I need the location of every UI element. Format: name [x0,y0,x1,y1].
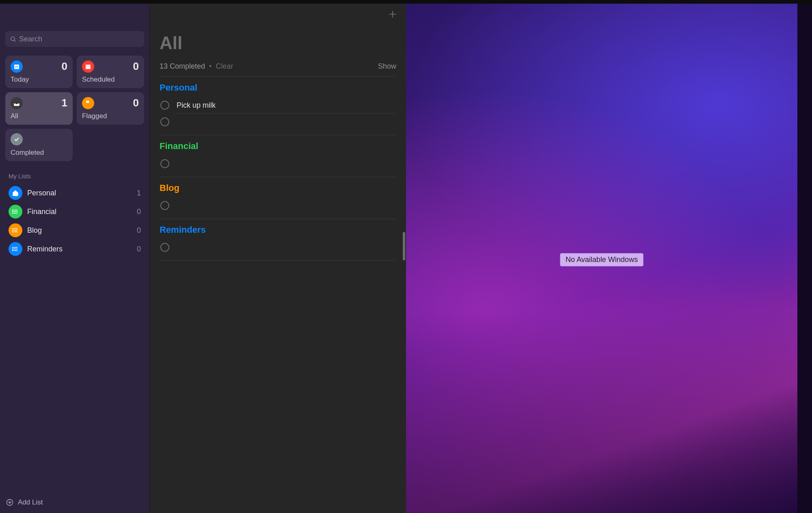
smart-all-count: 1 [62,97,67,109]
svg-point-23 [13,249,13,249]
smart-today-label: Today [11,76,67,84]
search-icon [10,36,17,43]
smart-completed-label: Completed [11,149,67,157]
svg-text:27: 27 [15,65,18,68]
list-count: 0 [137,208,141,216]
reminders-group: Financial [160,135,396,177]
smart-scheduled[interactable]: 0 Scheduled [77,56,144,88]
tray-icon [11,97,23,109]
no-windows-tooltip: No Available Windows [560,253,644,266]
menu-bar [0,0,812,4]
completed-count-text: 13 Completed [160,62,205,71]
group-title[interactable]: Blog [160,183,396,193]
list-label: Financial [27,208,137,216]
smart-flagged[interactable]: 0 Flagged [77,92,144,125]
reminders-group: Reminders [160,219,396,261]
svg-point-16 [13,229,13,229]
smart-all[interactable]: 1 All [5,92,73,125]
reminders-window: 27 0 Today 0 Scheduled [0,4,406,513]
calendar-today-icon: 27 [11,61,23,73]
task-complete-toggle[interactable] [160,101,169,110]
list-count: 0 [137,226,141,235]
list-reminders[interactable]: Reminders 0 [5,240,144,258]
group-title[interactable]: Personal [160,82,396,93]
list-count: 0 [137,245,141,253]
scrollbar-thumb[interactable] [403,232,405,260]
list-blog[interactable]: Blog 0 [5,221,144,240]
svg-point-24 [13,250,13,251]
smart-scheduled-label: Scheduled [82,76,139,84]
add-list-label: Add List [18,498,43,507]
empty-task-row[interactable] [160,197,396,214]
list-icon [9,242,22,256]
sidebar-footer: Add List [0,492,149,513]
empty-task-row[interactable] [160,156,396,172]
svg-point-22 [13,247,13,248]
svg-point-10 [13,210,13,211]
clear-button[interactable]: Clear [216,62,233,71]
task-complete-toggle[interactable] [160,243,169,252]
list-financial[interactable]: Financial 0 [5,202,144,221]
my-lists-header: My Lists [9,173,144,180]
list-label: Reminders [27,245,137,253]
new-reminder-button[interactable] [388,9,397,21]
task-row[interactable]: Pick up milk [160,97,396,113]
svg-line-1 [14,40,15,41]
svg-point-11 [13,211,13,212]
smart-completed[interactable]: Completed [5,129,73,161]
add-list-button[interactable]: Add List [6,498,43,507]
reminders-group: Blog [160,177,396,219]
svg-point-0 [11,37,15,40]
group-title[interactable]: Reminders [160,225,396,235]
plus-circle-icon [6,498,14,507]
checkmark-icon [11,133,23,145]
smart-today-count: 0 [62,60,67,73]
svg-point-18 [13,232,13,232]
right-edge-panel [797,4,812,513]
list-label: Personal [27,189,137,197]
reminders-group: PersonalPick up milk [160,77,396,135]
plus-icon [388,10,397,19]
search-field[interactable] [5,31,144,47]
list-personal[interactable]: Personal 1 [5,184,144,202]
empty-task-row[interactable] [160,114,396,130]
list-icon [9,223,22,237]
list-count: 1 [137,189,141,197]
show-button[interactable]: Show [378,62,396,71]
group-title[interactable]: Financial [160,141,396,152]
home-icon [9,186,22,200]
smart-all-label: All [11,112,67,120]
empty-task-row[interactable] [160,239,396,255]
search-input[interactable] [19,35,140,43]
completed-status-row: 13 Completed • Clear Show [160,62,396,77]
list-icon [9,205,22,219]
task-complete-toggle[interactable] [160,201,169,210]
calendar-icon [82,61,94,73]
smart-flagged-label: Flagged [82,112,139,120]
smart-today[interactable]: 27 0 Today [5,56,73,88]
smart-list-grid: 27 0 Today 0 Scheduled [5,56,144,161]
smart-scheduled-count: 0 [133,60,139,73]
content-pane: All 13 Completed • Clear Show PersonalPi… [150,4,406,513]
page-title: All [160,33,396,53]
task-title[interactable]: Pick up milk [177,101,216,110]
list-label: Blog [27,226,137,235]
task-complete-toggle[interactable] [160,159,169,168]
task-complete-toggle[interactable] [160,117,169,126]
separator-dot: • [209,62,212,71]
svg-point-12 [13,213,13,214]
toolbar [150,4,406,26]
my-lists: Personal 1 Financial 0 B [5,184,144,258]
desktop-background: No Available Windows [406,4,797,513]
flag-icon [82,97,94,109]
sidebar: 27 0 Today 0 Scheduled [0,4,150,513]
svg-rect-5 [86,65,91,69]
smart-flagged-count: 0 [133,97,139,109]
svg-point-17 [13,230,13,231]
